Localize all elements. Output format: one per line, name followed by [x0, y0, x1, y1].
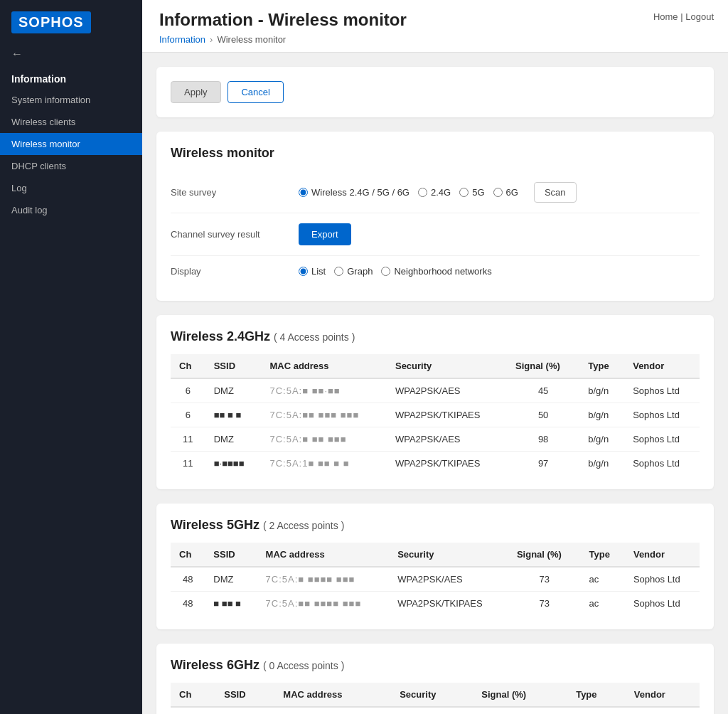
display-label: Display — [171, 266, 299, 277]
cell-security: WPA2PSK/TKIPAES — [387, 452, 507, 476]
cell-type: b/g/n — [579, 452, 624, 476]
site-survey-option-all[interactable]: Wireless 2.4G / 5G / 6G — [299, 187, 410, 198]
col-signal-24: Signal (%) — [507, 354, 579, 378]
sidebar-item-system-information[interactable]: System information — [0, 89, 142, 111]
display-controls: List Graph Neighborhood networks — [299, 266, 492, 277]
apply-button[interactable]: Apply — [171, 81, 221, 103]
cell-type: b/g/n — [579, 427, 624, 452]
wireless-6-empty-msg: You can click "Scan" button to start. — [171, 707, 700, 714]
site-survey-controls: Wireless 2.4G / 5G / 6G 2.4G 5G 6G Sca — [299, 182, 577, 203]
site-survey-label: Site survey — [171, 187, 299, 198]
display-option-graph[interactable]: Graph — [334, 266, 373, 277]
col-ssid-6: SSID — [215, 683, 274, 707]
wireless-5-table: Ch SSID MAC address Security Signal (%) … — [171, 543, 700, 615]
back-button[interactable]: ← — [0, 42, 142, 66]
breadcrumb-current: Wireless monitor — [217, 34, 286, 45]
col-ssid-24: SSID — [205, 354, 262, 378]
logout-link[interactable]: Logout — [685, 11, 714, 22]
sidebar-item-wireless-monitor[interactable]: Wireless monitor — [0, 133, 142, 155]
channel-survey-row: Channel survey result Export — [171, 213, 700, 256]
channel-survey-label: Channel survey result — [171, 229, 299, 240]
col-ch-6: Ch — [171, 683, 215, 707]
cell-security: WPA2PSK/TKIPAES — [387, 403, 507, 427]
wireless-24-section: Wireless 2.4GHz ( 4 Access points ) Ch S… — [156, 315, 714, 489]
cell-ssid: DMZ — [205, 567, 257, 592]
cell-security: WPA2PSK/TKIPAES — [389, 592, 508, 616]
cell-ssid: DMZ — [205, 427, 262, 452]
cell-mac: 7C:5A:■ ■■·■■ — [261, 378, 386, 403]
col-mac-5: MAC address — [257, 543, 390, 567]
col-signal-6: Signal (%) — [473, 683, 567, 707]
cell-mac: 7C:5A:■ ■■ ■■■ — [261, 427, 386, 452]
cell-ch: 6 — [171, 378, 205, 403]
site-survey-option-5g[interactable]: 5G — [459, 187, 484, 198]
cell-ch: 48 — [171, 592, 205, 616]
cell-ch: 48 — [171, 567, 205, 592]
table-row: 11 DMZ 7C:5A:■ ■■ ■■■ WPA2PSK/AES 98 b/g… — [171, 427, 700, 452]
wireless-6-table: Ch SSID MAC address Security Signal (%) … — [171, 683, 700, 714]
cell-signal: 97 — [507, 452, 579, 476]
cell-type: ac — [581, 592, 625, 616]
sidebar-item-audit-log[interactable]: Audit log — [0, 199, 142, 221]
cell-vendor: Sophos Ltd — [625, 592, 700, 616]
wireless-24-title: Wireless 2.4GHz ( 4 Access points ) — [171, 329, 700, 344]
breadcrumb: Information › Wireless monitor — [159, 34, 711, 45]
export-button[interactable]: Export — [299, 223, 351, 245]
breadcrumb-parent[interactable]: Information — [159, 34, 205, 45]
site-survey-row: Site survey Wireless 2.4G / 5G / 6G 2.4G… — [171, 172, 700, 213]
sidebar-item-wireless-clients[interactable]: Wireless clients — [0, 111, 142, 133]
sidebar-item-dhcp-clients[interactable]: DHCP clients — [0, 155, 142, 177]
sidebar-item-log[interactable]: Log — [0, 177, 142, 199]
cancel-button[interactable]: Cancel — [228, 81, 283, 103]
col-signal-5: Signal (%) — [508, 543, 581, 567]
display-option-neighborhood[interactable]: Neighborhood networks — [381, 266, 491, 277]
cell-security: WPA2PSK/AES — [387, 378, 507, 403]
col-ch-24: Ch — [171, 354, 205, 378]
sidebar-section-header: Information — [0, 66, 142, 89]
site-survey-option-6g[interactable]: 6G — [493, 187, 518, 198]
main: Information - Wireless monitor Informati… — [142, 0, 728, 714]
cell-ch: 11 — [171, 452, 205, 476]
cell-vendor: Sophos Ltd — [624, 403, 700, 427]
wireless-24-ap-count: ( 4 Access points ) — [274, 331, 355, 343]
cell-type: b/g/n — [579, 403, 624, 427]
col-mac-24: MAC address — [261, 354, 386, 378]
table-row: 6 DMZ 7C:5A:■ ■■·■■ WPA2PSK/AES 45 b/g/n… — [171, 378, 700, 403]
wireless-6-section: Wireless 6GHz ( 0 Access points ) Ch SSI… — [156, 644, 714, 714]
wireless-5-title: Wireless 5GHz ( 2 Access points ) — [171, 518, 700, 533]
col-type-5: Type — [581, 543, 625, 567]
col-type-6: Type — [567, 683, 626, 707]
col-security-24: Security — [387, 354, 507, 378]
cell-signal: 73 — [508, 567, 581, 592]
cell-signal: 73 — [508, 592, 581, 616]
cell-signal: 45 — [507, 378, 579, 403]
cell-mac: 7C:5A:■■ ■■■■ ■■■ — [257, 592, 390, 616]
home-link[interactable]: Home — [653, 11, 678, 22]
wireless-6-title: Wireless 6GHz ( 0 Access points ) — [171, 658, 700, 673]
wireless-monitor-title: Wireless monitor — [171, 146, 700, 161]
col-vendor-6: Vendor — [626, 683, 700, 707]
action-card: Apply Cancel — [156, 67, 714, 117]
cell-ch: 6 — [171, 403, 205, 427]
wireless-monitor-card: Wireless monitor Site survey Wireless 2.… — [156, 132, 714, 301]
cell-vendor: Sophos Ltd — [624, 427, 700, 452]
cell-security: WPA2PSK/AES — [387, 427, 507, 452]
top-bar: Information - Wireless monitor Informati… — [142, 0, 728, 53]
cell-security: WPA2PSK/AES — [389, 567, 508, 592]
cell-ssid: DMZ — [205, 378, 262, 403]
scan-button[interactable]: Scan — [534, 182, 577, 203]
content: Apply Cancel Wireless monitor Site surve… — [142, 53, 728, 714]
display-option-list[interactable]: List — [299, 266, 326, 277]
wireless-5-section: Wireless 5GHz ( 2 Access points ) Ch SSI… — [156, 503, 714, 629]
cell-vendor: Sophos Ltd — [625, 567, 700, 592]
cell-mac: 7C:5A:1■ ■■ ■ ■ — [261, 452, 386, 476]
col-vendor-5: Vendor — [625, 543, 700, 567]
cell-type: ac — [581, 567, 625, 592]
col-ch-5: Ch — [171, 543, 205, 567]
table-row: 6 ■■ ■ ■ 7C:5A:■■ ■■■ ■■■ WPA2PSK/TKIPAE… — [171, 403, 700, 427]
top-right: Home | Logout — [653, 11, 714, 22]
wireless-5-ap-count: ( 2 Access points ) — [263, 520, 344, 531]
cell-mac: 7C:5A:■ ■■■■ ■■■ — [257, 567, 390, 592]
cell-mac: 7C:5A:■■ ■■■ ■■■ — [261, 403, 386, 427]
site-survey-option-24g[interactable]: 2.4G — [418, 187, 451, 198]
